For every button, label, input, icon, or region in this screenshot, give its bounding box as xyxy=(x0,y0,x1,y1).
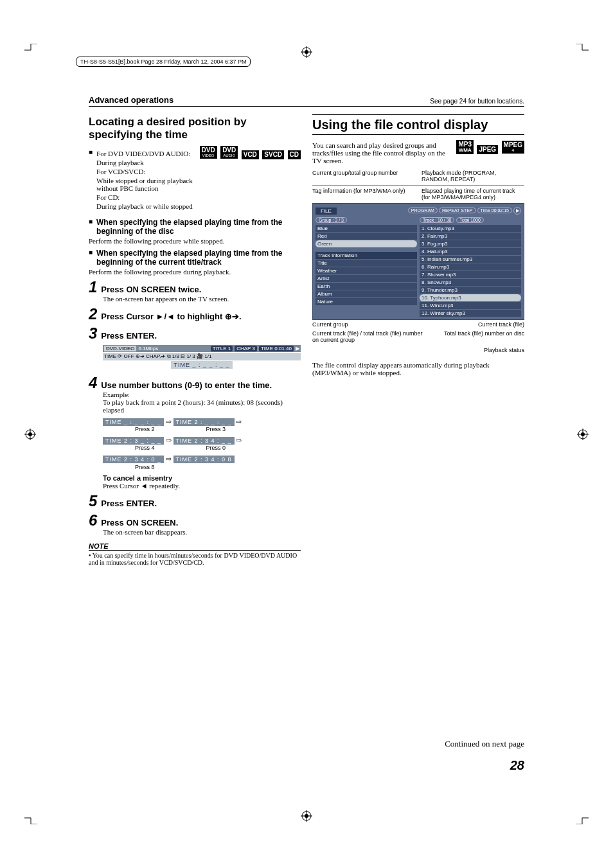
osd-chap: CHAP 3 xyxy=(235,346,257,351)
play-icon: ▶ xyxy=(296,346,299,351)
for-cd-label: For CD: xyxy=(96,193,197,201)
perform-playback: Perform the following procedure during p… xyxy=(89,268,301,276)
square-bullet-icon: ■ xyxy=(89,218,93,225)
vcd-badge: VCD xyxy=(242,150,259,159)
mp3-wma-badge: MP3WMA xyxy=(456,140,474,154)
jpeg-badge: JPEG xyxy=(477,145,498,154)
fcd-track-item: 11. Wind.mp3 xyxy=(420,302,521,309)
time-box: TIME 2 : 3 4 : 0 8 xyxy=(173,456,235,463)
callout-tag-info: Tag information (for MP3/WMA only) xyxy=(312,188,415,200)
crop-mark-icon xyxy=(24,44,37,57)
fcd-tag-row: Artist xyxy=(315,275,417,282)
step-4-text: Use number buttons (0-9) to enter the ti… xyxy=(101,380,272,390)
fcd-track-item: 7. Shower.mp3 xyxy=(420,271,521,278)
arrow-right-icon: ⇨ xyxy=(236,436,242,444)
format-badges: MP3WMA JPEG MPEG4 xyxy=(456,140,524,154)
note-body: • You can specify time in hours/minutes/… xyxy=(89,552,301,566)
fcd-total-counter: Total 1000 xyxy=(456,217,483,223)
for-vcd-label: For VCD/SVCD: xyxy=(96,168,197,175)
osd-bitrate: 6.1Mbps xyxy=(138,346,158,351)
fcd-program: PROGRAM xyxy=(408,208,438,213)
cancel-text: Press Cursor ◄ repeatedly. xyxy=(103,482,301,490)
osd-dvd-video: DVD-VIDEO xyxy=(104,346,136,351)
mpeg4-badge: MPEG4 xyxy=(502,141,524,154)
arrow-right-icon: ⇨ xyxy=(166,455,172,463)
cancel-head: To cancel a misentry xyxy=(103,474,301,482)
locating-title: Locating a desired position by specifyin… xyxy=(89,116,301,141)
for-cd-text: During playback or while stopped xyxy=(96,202,197,210)
time-box: TIME 2 : _ _ : _ _ xyxy=(173,418,235,426)
callout-track-per-group: Current track (file) / total track (file… xyxy=(312,330,429,343)
fcd-track-info-head: Track Information xyxy=(315,252,417,259)
osd-row2: TIME ⟳ OFF ⊕➔ CHAP.➔ ⧉ 1/8 ⊟ 1/ 3 🎥 1/1 xyxy=(104,353,211,360)
for-vcd-text: While stopped or during playback without… xyxy=(96,177,197,192)
step-6-text: Press ON SCREEN. xyxy=(101,518,178,527)
registration-mark-icon xyxy=(577,429,589,440)
time-entry-sequence: TIME _ : _ _ : _ _ ⇨ TIME 2 : _ _ : _ _ … xyxy=(103,418,301,470)
fcd-tag-row: Earth xyxy=(315,283,417,290)
fcd-track-item: 5. Indian summer.mp3 xyxy=(420,256,521,263)
right-column: Using the file control display MP3WMA JP… xyxy=(312,113,524,566)
fcd-track-item-selected: 10. Typhoon.mp3 xyxy=(420,294,521,301)
file-control-display: FILE PROGRAM REPEAT STEP Time 00:02:15 ▶ xyxy=(312,203,524,320)
arrow-right-icon: ⇨ xyxy=(166,436,172,444)
page-header-path: TH-S8-S5-S51[B].book Page 28 Friday, Mar… xyxy=(76,57,251,67)
play-icon: ▶ xyxy=(513,207,521,215)
note-heading: NOTE xyxy=(89,542,301,551)
press-label: Press 3 xyxy=(206,426,226,432)
step-3-text: Press ENTER. xyxy=(101,331,157,341)
fcd-track-item: 3. Fog.mp3 xyxy=(420,240,521,247)
fcd-tag-row: Nature xyxy=(315,298,417,305)
section-heading: Advanced operations xyxy=(89,95,173,105)
callout-current-track: Current track (file) xyxy=(478,321,524,328)
see-page-ref: See page 24 for button locations. xyxy=(430,98,524,105)
dvd-video-badge: DVDVIDEO xyxy=(200,146,217,159)
osd-time-input: TIME _ : _ _ : _ _ xyxy=(171,361,232,369)
callout-elapsed-time: Elapsed playing time of current track (f… xyxy=(422,188,524,200)
callout-current-group: Current group xyxy=(312,321,348,328)
step-number: 3 xyxy=(89,326,97,341)
dvd-audio-badge: DVDAUDIO xyxy=(220,146,238,159)
left-column: Locating a desired position by specifyin… xyxy=(89,113,301,566)
fcd-group-item: Red xyxy=(315,233,417,240)
step-6-sub: The on-screen bar disappears. xyxy=(103,528,301,536)
callout-total-on-disc: Total track (file) number on disc xyxy=(444,330,524,343)
using-outro: The file control display appears automat… xyxy=(312,361,524,376)
fcd-track-item: 4. Hail.mp3 xyxy=(420,248,521,255)
fcd-tag-row: Title xyxy=(315,260,417,267)
callout-playback-status: Playback status xyxy=(312,347,524,353)
square-bullet-icon: ■ xyxy=(89,249,93,256)
svcd-badge: SVCD xyxy=(262,150,284,159)
step-1-sub: The on-screen bar appears on the TV scre… xyxy=(103,295,301,303)
fcd-time: Time 00:02:15 xyxy=(477,208,513,213)
fcd-track-item: 8. Snow.mp3 xyxy=(420,279,521,286)
press-label: Press 4 xyxy=(135,445,155,451)
crop-mark-icon xyxy=(576,44,589,57)
subhead-elapsed-disc: When specifying the elapsed playing time… xyxy=(96,218,301,236)
continued-label: Continued on next page xyxy=(445,739,524,749)
fcd-track-counter: Track : 10 / 30 xyxy=(420,217,454,223)
fcd-file-label: FILE xyxy=(315,208,337,215)
fcd-track-item: 9. Thunder.mp3 xyxy=(420,287,521,294)
step-number: 4 xyxy=(89,375,97,391)
for-dvd-label: For DVD VIDEO/DVD AUDIO: xyxy=(96,150,197,157)
fcd-track-item: 6. Rain.mp3 xyxy=(420,263,521,270)
square-bullet-icon: ■ xyxy=(89,148,93,155)
osd-title: TITLE 1 xyxy=(211,346,233,351)
callout-playback-mode: Playback mode (PROGRAM, RANDOM, REPEAT) xyxy=(422,170,524,182)
fcd-track-item: 12. Winter sky.mp3 xyxy=(420,310,521,317)
time-box: TIME 2 : 3 4 : 0 _ xyxy=(103,456,164,463)
disc-type-badges: DVDVIDEO DVDAUDIO VCD SVCD CD xyxy=(199,146,301,159)
example-label: Example: xyxy=(103,391,301,398)
press-label: Press 0 xyxy=(206,445,226,451)
step-5-text: Press ENTER. xyxy=(101,499,157,508)
subhead-elapsed-title: When specifying the elapsed playing time… xyxy=(96,249,301,267)
crop-mark-icon xyxy=(24,811,37,824)
fcd-track-item: 1. Cloudy.mp3 xyxy=(420,225,521,232)
time-box: TIME _ : _ _ : _ _ xyxy=(103,418,164,426)
fcd-tag-row: Weather xyxy=(315,267,417,274)
time-box: TIME 2 : 3 _ : _ _ xyxy=(103,437,164,445)
fcd-group-item: Blue xyxy=(315,225,417,232)
using-title: Using the file control display xyxy=(312,114,524,135)
fcd-repeat: REPEAT STEP xyxy=(439,208,476,213)
